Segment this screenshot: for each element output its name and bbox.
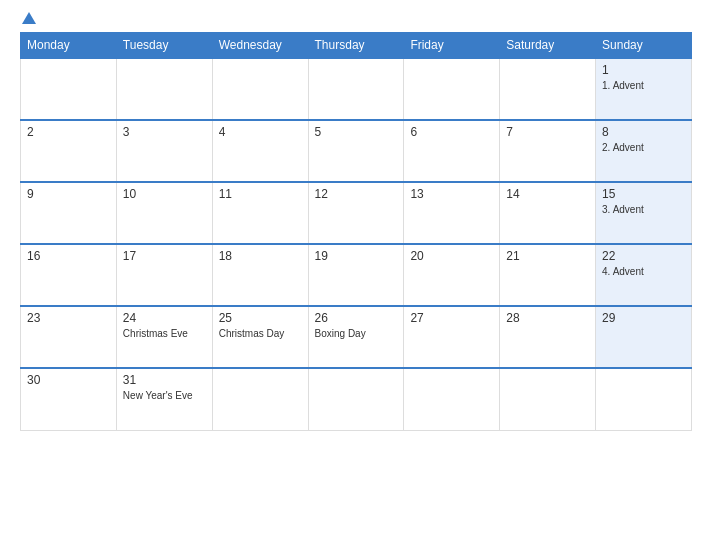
weekday-sunday: Sunday xyxy=(596,33,692,59)
day-number: 8 xyxy=(602,125,685,139)
day-cell: 5 xyxy=(308,120,404,182)
day-number: 7 xyxy=(506,125,589,139)
day-number: 10 xyxy=(123,187,206,201)
day-number: 15 xyxy=(602,187,685,201)
day-number: 30 xyxy=(27,373,110,387)
day-cell xyxy=(500,368,596,430)
day-cell: 82. Advent xyxy=(596,120,692,182)
day-cell: 30 xyxy=(21,368,117,430)
day-number: 29 xyxy=(602,311,685,325)
weekday-monday: Monday xyxy=(21,33,117,59)
day-cell: 16 xyxy=(21,244,117,306)
day-cell: 6 xyxy=(404,120,500,182)
day-number: 4 xyxy=(219,125,302,139)
calendar-table: MondayTuesdayWednesdayThursdayFridaySatu… xyxy=(20,32,692,431)
day-number: 16 xyxy=(27,249,110,263)
day-event: Christmas Eve xyxy=(123,327,206,340)
day-cell xyxy=(404,58,500,120)
day-number: 18 xyxy=(219,249,302,263)
day-number: 9 xyxy=(27,187,110,201)
header xyxy=(20,10,692,26)
day-cell xyxy=(596,368,692,430)
day-cell: 25Christmas Day xyxy=(212,306,308,368)
logo xyxy=(20,10,36,26)
day-cell xyxy=(308,368,404,430)
day-cell xyxy=(212,368,308,430)
week-row-2: 23456782. Advent xyxy=(21,120,692,182)
day-cell: 11. Advent xyxy=(596,58,692,120)
day-number: 27 xyxy=(410,311,493,325)
day-number: 11 xyxy=(219,187,302,201)
day-number: 20 xyxy=(410,249,493,263)
day-number: 24 xyxy=(123,311,206,325)
day-cell: 21 xyxy=(500,244,596,306)
weekday-saturday: Saturday xyxy=(500,33,596,59)
day-cell: 4 xyxy=(212,120,308,182)
weekday-friday: Friday xyxy=(404,33,500,59)
week-row-3: 91011121314153. Advent xyxy=(21,182,692,244)
weekday-header-row: MondayTuesdayWednesdayThursdayFridaySatu… xyxy=(21,33,692,59)
day-number: 13 xyxy=(410,187,493,201)
day-event: 2. Advent xyxy=(602,141,685,154)
day-cell: 14 xyxy=(500,182,596,244)
day-cell xyxy=(308,58,404,120)
day-cell xyxy=(500,58,596,120)
day-cell: 153. Advent xyxy=(596,182,692,244)
day-number: 26 xyxy=(315,311,398,325)
day-cell: 10 xyxy=(116,182,212,244)
day-cell: 23 xyxy=(21,306,117,368)
day-event: 1. Advent xyxy=(602,79,685,92)
day-cell: 13 xyxy=(404,182,500,244)
day-cell xyxy=(404,368,500,430)
day-number: 21 xyxy=(506,249,589,263)
day-cell: 224. Advent xyxy=(596,244,692,306)
day-number: 17 xyxy=(123,249,206,263)
week-row-1: 11. Advent xyxy=(21,58,692,120)
week-row-5: 2324Christmas Eve25Christmas Day26Boxing… xyxy=(21,306,692,368)
day-cell: 20 xyxy=(404,244,500,306)
day-number: 28 xyxy=(506,311,589,325)
week-row-6: 3031New Year's Eve xyxy=(21,368,692,430)
day-number: 6 xyxy=(410,125,493,139)
day-cell: 9 xyxy=(21,182,117,244)
weekday-thursday: Thursday xyxy=(308,33,404,59)
day-cell: 17 xyxy=(116,244,212,306)
day-event: 4. Advent xyxy=(602,265,685,278)
weekday-wednesday: Wednesday xyxy=(212,33,308,59)
day-number: 19 xyxy=(315,249,398,263)
day-cell xyxy=(21,58,117,120)
day-number: 23 xyxy=(27,311,110,325)
day-cell: 29 xyxy=(596,306,692,368)
day-cell: 28 xyxy=(500,306,596,368)
day-cell: 31New Year's Eve xyxy=(116,368,212,430)
day-cell: 12 xyxy=(308,182,404,244)
weekday-tuesday: Tuesday xyxy=(116,33,212,59)
day-event: 3. Advent xyxy=(602,203,685,216)
day-number: 14 xyxy=(506,187,589,201)
day-cell xyxy=(116,58,212,120)
day-number: 3 xyxy=(123,125,206,139)
day-cell: 11 xyxy=(212,182,308,244)
logo-triangle xyxy=(22,12,36,24)
day-cell: 18 xyxy=(212,244,308,306)
day-event: Boxing Day xyxy=(315,327,398,340)
day-number: 12 xyxy=(315,187,398,201)
week-row-4: 161718192021224. Advent xyxy=(21,244,692,306)
day-number: 25 xyxy=(219,311,302,325)
day-cell xyxy=(212,58,308,120)
day-event: New Year's Eve xyxy=(123,389,206,402)
day-cell: 2 xyxy=(21,120,117,182)
day-number: 22 xyxy=(602,249,685,263)
day-number: 1 xyxy=(602,63,685,77)
day-cell: 24Christmas Eve xyxy=(116,306,212,368)
day-cell: 27 xyxy=(404,306,500,368)
day-cell: 7 xyxy=(500,120,596,182)
day-number: 5 xyxy=(315,125,398,139)
day-cell: 3 xyxy=(116,120,212,182)
day-cell: 26Boxing Day xyxy=(308,306,404,368)
logo-text xyxy=(20,10,36,26)
calendar-page: MondayTuesdayWednesdayThursdayFridaySatu… xyxy=(0,0,712,550)
day-number: 31 xyxy=(123,373,206,387)
day-cell: 19 xyxy=(308,244,404,306)
day-event: Christmas Day xyxy=(219,327,302,340)
